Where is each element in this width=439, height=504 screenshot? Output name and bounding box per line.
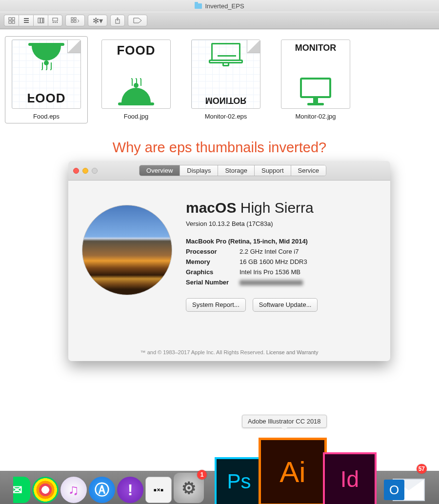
gear-icon: ✻▾ [93, 16, 103, 25]
dock-pixel-app[interactable]: ▪×▪ [145, 477, 172, 503]
svg-rect-8 [40, 18, 42, 23]
svg-rect-12 [55, 22, 56, 23]
finder-titlebar[interactable]: Inverted_EPS [0, 0, 439, 12]
dock-indesign[interactable]: Id [323, 452, 377, 504]
close-button[interactable] [73, 168, 79, 174]
dock-photos[interactable] [32, 477, 59, 503]
svg-rect-3 [12, 21, 15, 23]
graphics-line: GraphicsIntel Iris Pro 1536 MB [186, 268, 377, 277]
dock-outlook[interactable]: O 57 [383, 466, 425, 503]
about-tab-overview[interactable]: Overview [140, 165, 180, 176]
file-name: Food.jpg [98, 113, 174, 120]
file-thumbnail: FOOD [101, 40, 171, 109]
dock-items: ✉ ♫ Ⓐ ! ▪×▪ ⚙ 1 [4, 473, 204, 503]
svg-rect-10 [53, 18, 58, 21]
file-thumbnail: MONITOR [191, 40, 260, 109]
file-item[interactable]: MONITORMonitor-02.eps [184, 36, 267, 123]
processor-line: Processor2.2 GHz Intel Core i7 [186, 247, 377, 257]
window-controls [73, 168, 98, 174]
svg-rect-0 [9, 18, 11, 20]
dock-tooltip: Adobe Illustrator CC 2018 [242, 415, 327, 428]
dock-illustrator[interactable]: Ai [259, 438, 327, 504]
about-this-mac-window: OverviewDisplaysStorageSupportService ma… [68, 161, 390, 361]
file-item[interactable]: MONITORMonitor-02.jpg [274, 36, 357, 123]
dock: ✉ ♫ Ⓐ ! ▪×▪ ⚙ 1 Ps Ai Id O 57 [0, 461, 439, 504]
file-name: Monitor-02.eps [188, 113, 264, 120]
model-line: MacBook Pro (Retina, 15-inch, Mid 2014) [186, 237, 377, 246]
dock-purple-app[interactable]: ! [117, 477, 143, 503]
file-item[interactable]: FOODFood.eps [5, 36, 88, 123]
about-tab-service[interactable]: Service [291, 165, 326, 176]
software-update-button[interactable]: Software Update... [253, 298, 318, 312]
svg-rect-14 [71, 18, 73, 20]
svg-rect-15 [74, 18, 76, 20]
share-icon [114, 17, 121, 24]
os-version: Version 10.13.2 Beta (17C83a) [186, 220, 377, 229]
dock-itunes[interactable]: ♫ [60, 477, 87, 503]
outlook-icon: O [384, 480, 404, 500]
update-badge: 1 [197, 470, 207, 480]
svg-rect-13 [57, 22, 58, 23]
dock-messages[interactable]: ✉ [4, 477, 30, 503]
about-tab-support[interactable]: Support [255, 165, 291, 176]
minimize-button[interactable] [82, 168, 88, 174]
svg-rect-1 [12, 18, 15, 20]
view-columns-button[interactable] [33, 15, 48, 26]
file-grid: FOODFood.epsFOODFood.jpgMONITORMonitor-0… [0, 29, 362, 130]
svg-rect-9 [43, 18, 44, 23]
svg-rect-17 [74, 20, 76, 22]
about-info: macOS High Sierra Version 10.13.2 Beta (… [186, 197, 377, 312]
gear-icon: ⚙ [181, 478, 196, 498]
dock-photoshop[interactable]: Ps [215, 457, 263, 504]
about-tabs: OverviewDisplaysStorageSupportService [139, 165, 326, 176]
memory-line: Memory16 GB 1600 MHz DDR3 [186, 258, 377, 267]
arrange-button[interactable] [65, 15, 85, 26]
svg-rect-16 [71, 20, 73, 22]
serial-blurred [239, 280, 303, 285]
svg-rect-7 [38, 18, 40, 23]
dock-system-preferences[interactable]: ⚙ 1 [174, 473, 204, 503]
svg-rect-11 [53, 22, 54, 23]
view-gallery-button[interactable] [48, 15, 62, 26]
license-link[interactable]: License and Warranty [266, 349, 319, 355]
tag-icon [133, 18, 142, 23]
system-report-button[interactable]: System Report... [186, 298, 246, 312]
finder-window: Inverted_EPS ✻▾ FOOD [0, 0, 439, 134]
about-footer: ™ and © 1983–2017 Apple Inc. All Rights … [68, 349, 390, 355]
tags-button[interactable] [128, 15, 147, 26]
view-mode-segment [4, 15, 62, 26]
annotation-question: Why are eps thumbnails inverted? [0, 140, 439, 156]
file-thumbnail: FOOD [12, 40, 81, 109]
svg-rect-2 [9, 21, 11, 23]
view-list-button[interactable] [19, 15, 33, 26]
view-icons-button[interactable] [4, 15, 19, 26]
file-name: Food.eps [8, 113, 84, 120]
finder-toolbar: ✻▾ [0, 12, 439, 29]
folder-icon [195, 3, 202, 9]
file-item[interactable]: FOODFood.jpg [95, 36, 178, 123]
os-name: macOS High Sierra [186, 197, 377, 219]
about-tab-storage[interactable]: Storage [218, 165, 255, 176]
file-name: Monitor-02.jpg [278, 113, 354, 120]
share-button[interactable] [110, 15, 125, 26]
finder-title: Inverted_EPS [205, 2, 244, 10]
macos-wallpaper-icon [82, 205, 172, 295]
serial-line: Serial Number [186, 278, 377, 287]
about-tab-displays[interactable]: Displays [180, 165, 218, 176]
outlook-badge: 57 [417, 464, 427, 474]
file-thumbnail: MONITOR [281, 40, 350, 109]
about-titlebar[interactable]: OverviewDisplaysStorageSupportService [68, 161, 390, 181]
zoom-button-disabled [92, 168, 98, 174]
dock-appstore[interactable]: Ⓐ [89, 477, 115, 503]
action-button[interactable]: ✻▾ [88, 15, 107, 26]
